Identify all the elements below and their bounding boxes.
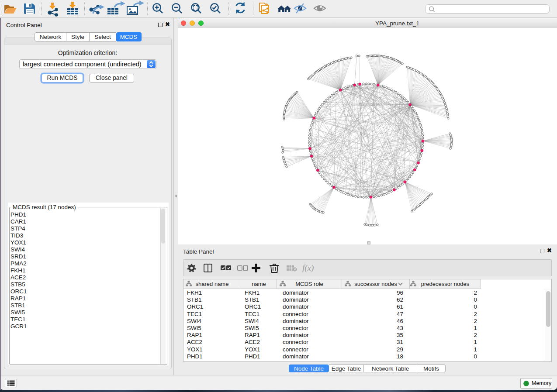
svg-text:f(x): f(x) (302, 263, 314, 273)
